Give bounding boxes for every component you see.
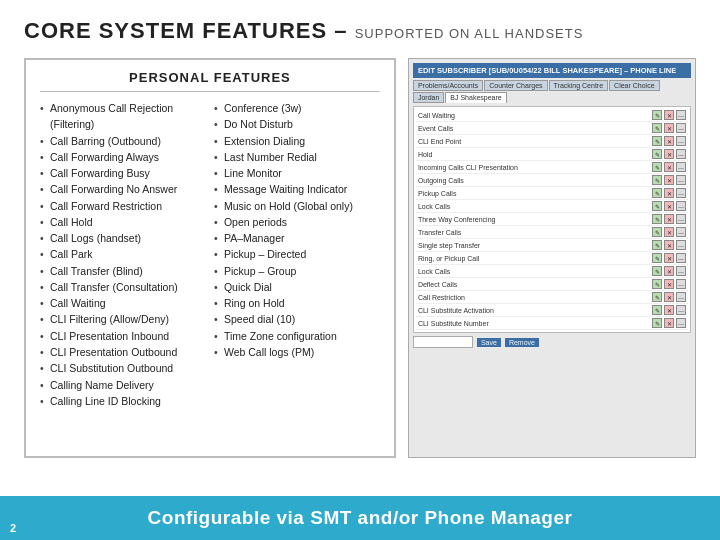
- edit-icon[interactable]: ✎: [652, 227, 662, 237]
- table-row: Lock Calls✎✕⋯: [416, 200, 688, 213]
- delete-icon[interactable]: ✕: [664, 123, 674, 133]
- row-label: Event Calls: [418, 125, 649, 132]
- main-container: CORE SYSTEM FEATURES – SUPPORTED ON ALL …: [0, 0, 720, 540]
- remove-button[interactable]: Remove: [505, 338, 539, 347]
- edit-icon[interactable]: ✎: [652, 214, 662, 224]
- more-icon[interactable]: ⋯: [676, 214, 686, 224]
- feature-item: Call Transfer (Consultation): [40, 279, 206, 295]
- more-icon[interactable]: ⋯: [676, 136, 686, 146]
- delete-icon[interactable]: ✕: [664, 110, 674, 120]
- more-icon[interactable]: ⋯: [676, 240, 686, 250]
- delete-icon[interactable]: ✕: [664, 266, 674, 276]
- feature-item: Call Forwarding Busy: [40, 165, 206, 181]
- feature-item: Message Waiting Indicator: [214, 181, 380, 197]
- delete-icon[interactable]: ✕: [664, 305, 674, 315]
- delete-icon[interactable]: ✕: [664, 214, 674, 224]
- row-icons: ✎✕⋯: [652, 227, 686, 237]
- feature-item: Quick Dial: [214, 279, 380, 295]
- edit-icon[interactable]: ✎: [652, 266, 662, 276]
- table-row: Lock Calls✎✕⋯: [416, 265, 688, 278]
- feature-item: Pickup – Directed: [214, 246, 380, 262]
- feature-item: Call Hold: [40, 214, 206, 230]
- delete-icon[interactable]: ✕: [664, 227, 674, 237]
- more-icon[interactable]: ⋯: [676, 188, 686, 198]
- screenshot-input[interactable]: [413, 336, 473, 348]
- edit-icon[interactable]: ✎: [652, 240, 662, 250]
- more-icon[interactable]: ⋯: [676, 305, 686, 315]
- more-icon[interactable]: ⋯: [676, 318, 686, 328]
- feature-item: Call Park: [40, 246, 206, 262]
- screenshot-tab[interactable]: Problems/Accounts: [413, 80, 483, 91]
- footer-text: Configurable via SMT and/or Phone Manage…: [148, 507, 573, 529]
- screenshot-tab[interactable]: Counter Charges: [484, 80, 547, 91]
- table-row: Event Calls✎✕⋯: [416, 122, 688, 135]
- feature-item: Do Not Disturb: [214, 116, 380, 132]
- edit-icon[interactable]: ✎: [652, 188, 662, 198]
- row-label: Incoming Calls CLI Presentation: [418, 164, 649, 171]
- more-icon[interactable]: ⋯: [676, 162, 686, 172]
- edit-icon[interactable]: ✎: [652, 201, 662, 211]
- delete-icon[interactable]: ✕: [664, 279, 674, 289]
- delete-icon[interactable]: ✕: [664, 149, 674, 159]
- more-icon[interactable]: ⋯: [676, 279, 686, 289]
- feature-item: Call Barring (Outbound): [40, 133, 206, 149]
- row-icons: ✎✕⋯: [652, 110, 686, 120]
- edit-icon[interactable]: ✎: [652, 162, 662, 172]
- feature-item: Web Call logs (PM): [214, 344, 380, 360]
- delete-icon[interactable]: ✕: [664, 136, 674, 146]
- screenshot-tab[interactable]: BJ Shakespeare: [445, 92, 506, 103]
- table-row: Hold✎✕⋯: [416, 148, 688, 161]
- edit-icon[interactable]: ✎: [652, 175, 662, 185]
- delete-icon[interactable]: ✕: [664, 253, 674, 263]
- feature-col-1: Anonymous Call Rejection (Filtering)Call…: [40, 100, 206, 409]
- more-icon[interactable]: ⋯: [676, 201, 686, 211]
- feature-item: Music on Hold (Global only): [214, 198, 380, 214]
- more-icon[interactable]: ⋯: [676, 227, 686, 237]
- row-label: Ring, or Pickup Call: [418, 255, 649, 262]
- row-icons: ✎✕⋯: [652, 240, 686, 250]
- edit-icon[interactable]: ✎: [652, 253, 662, 263]
- table-row: Three Way Conferencing✎✕⋯: [416, 213, 688, 226]
- screenshot-header: EDIT SUBSCRIBER [SUB/0U054/22 BILL SHAKE…: [413, 63, 691, 78]
- more-icon[interactable]: ⋯: [676, 175, 686, 185]
- delete-icon[interactable]: ✕: [664, 201, 674, 211]
- edit-icon[interactable]: ✎: [652, 149, 662, 159]
- delete-icon[interactable]: ✕: [664, 318, 674, 328]
- edit-icon[interactable]: ✎: [652, 318, 662, 328]
- delete-icon[interactable]: ✕: [664, 175, 674, 185]
- row-icons: ✎✕⋯: [652, 188, 686, 198]
- table-row: Deflect Calls✎✕⋯: [416, 278, 688, 291]
- edit-icon[interactable]: ✎: [652, 305, 662, 315]
- edit-icon[interactable]: ✎: [652, 123, 662, 133]
- feature-item: Call Forward Restriction: [40, 198, 206, 214]
- feature-item: Extension Dialing: [214, 133, 380, 149]
- feature-item: Speed dial (10): [214, 311, 380, 327]
- delete-icon[interactable]: ✕: [664, 292, 674, 302]
- more-icon[interactable]: ⋯: [676, 149, 686, 159]
- edit-icon[interactable]: ✎: [652, 110, 662, 120]
- row-label: Hold: [418, 151, 649, 158]
- delete-icon[interactable]: ✕: [664, 240, 674, 250]
- feature-item: Pickup – Group: [214, 263, 380, 279]
- save-button[interactable]: Save: [477, 338, 501, 347]
- more-icon[interactable]: ⋯: [676, 110, 686, 120]
- more-icon[interactable]: ⋯: [676, 266, 686, 276]
- edit-icon[interactable]: ✎: [652, 292, 662, 302]
- edit-icon[interactable]: ✎: [652, 279, 662, 289]
- personal-features-title: PERSONAL FEATURES: [40, 70, 380, 92]
- feature-item: Ring on Hold: [214, 295, 380, 311]
- edit-icon[interactable]: ✎: [652, 136, 662, 146]
- row-label: Lock Calls: [418, 203, 649, 210]
- more-icon[interactable]: ⋯: [676, 292, 686, 302]
- screenshot-tab[interactable]: Clear Choice: [609, 80, 659, 91]
- page-title: CORE SYSTEM FEATURES – SUPPORTED ON ALL …: [24, 18, 696, 44]
- more-icon[interactable]: ⋯: [676, 253, 686, 263]
- more-icon[interactable]: ⋯: [676, 123, 686, 133]
- delete-icon[interactable]: ✕: [664, 188, 674, 198]
- personal-features-box: PERSONAL FEATURES Anonymous Call Rejecti…: [24, 58, 396, 458]
- screenshot-tab[interactable]: Jordan: [413, 92, 444, 103]
- screenshot-tabs: Problems/AccountsCounter ChargesTracking…: [413, 80, 691, 103]
- delete-icon[interactable]: ✕: [664, 162, 674, 172]
- screenshot-tab[interactable]: Tracking Centre: [549, 80, 609, 91]
- feature-item: Conference (3w): [214, 100, 380, 116]
